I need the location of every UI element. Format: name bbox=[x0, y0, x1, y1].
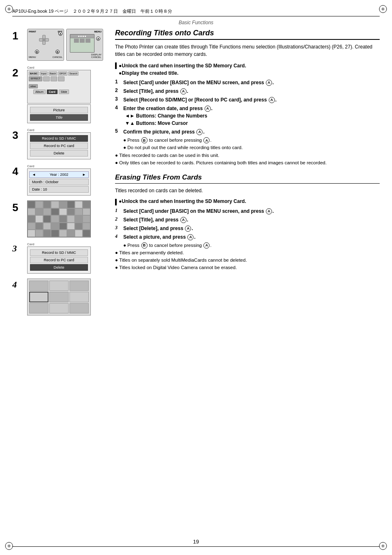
erase-step3-label: 3 bbox=[12, 244, 24, 253]
circle-a-e1: A bbox=[266, 208, 272, 214]
rec-step-1-text: Select [Card] under [BASIC] on the MENU … bbox=[123, 79, 274, 86]
rec-step-4-num: 4 bbox=[115, 105, 121, 111]
step5-photo bbox=[27, 200, 91, 237]
erase-step-1-text: Select [Card] under [BASIC] on the MENU … bbox=[123, 207, 274, 215]
circle-a-4: A bbox=[205, 106, 211, 112]
delete-option: Delete bbox=[30, 150, 88, 157]
step4-label: 4 bbox=[12, 166, 24, 177]
erase-record-pc: Record to PC card bbox=[30, 257, 88, 263]
step3-label: 3 bbox=[12, 130, 24, 140]
device-left: PRINT SET MENU CANCEL A B bbox=[27, 29, 64, 61]
picture-option: Picture bbox=[30, 107, 88, 113]
bar-indicator-2 bbox=[115, 199, 117, 205]
rec-note-2: Only titles can be recorded to cards. Pi… bbox=[115, 159, 380, 166]
rec-step-5-text: Confirm the picture, and press A. bbox=[123, 128, 205, 136]
step1-item: 1 PRINT SET MENU CANCEL bbox=[12, 29, 107, 61]
circle-b-left1: B bbox=[35, 50, 39, 54]
device-right: MENU ■ ■ ■ ■ A D bbox=[66, 29, 103, 61]
erase-step4-item: 4 bbox=[12, 279, 107, 315]
rec-step-5: 5 Confirm the picture, and press A. bbox=[115, 128, 380, 136]
unlock-notes-text: ●Unlock the card when inserting the SD M… bbox=[119, 62, 246, 77]
erase-step-2: 2 Select [Title], and press A. bbox=[115, 216, 380, 223]
page-container: AP10U-Eng.book 19 ページ ２００２年９月２７日 金曜日 午前１… bbox=[0, 0, 392, 555]
erase-step-1: 1 Select [Card] under [BASIC] on the MEN… bbox=[115, 207, 380, 215]
step2-item: 2 Card BASIC Input Batch DPOF Search bbox=[12, 66, 107, 123]
date-entry-box: ◄ Year : 2002 ► Month : October Date : 1… bbox=[27, 168, 91, 196]
circle-a-5: A bbox=[196, 129, 203, 135]
rec-sub-note-1: Press B to cancel before pressing A. bbox=[123, 137, 380, 143]
erase-step-4: 4 Select a picture, and press A. bbox=[115, 233, 380, 241]
left-column: 1 PRINT SET MENU CANCEL bbox=[12, 29, 107, 320]
unlock-note-1: ●Unlock the card when inserting the SD M… bbox=[119, 62, 246, 69]
month-field: Month : October bbox=[29, 179, 89, 185]
erasing-unlock-note: ●Unlock the card when Inserting the SD M… bbox=[115, 198, 380, 205]
header-file: AP10U-Eng.book 19 ページ ２００２年９月２７日 金曜日 午前１… bbox=[12, 8, 172, 14]
circle-a-e3: A bbox=[185, 226, 191, 232]
recording-unlock-note: ●Unlock the card when inserting the SD M… bbox=[115, 62, 380, 77]
rec-sub-note-2: Do not pull out the card while recording… bbox=[123, 144, 380, 151]
rec-step-4-text: Enter the creation date, and press A. ◄►… bbox=[123, 105, 212, 127]
rec-step-1: 1 Select [Card] under [BASIC] on the MEN… bbox=[115, 79, 380, 86]
main-layout: 1 PRINT SET MENU CANCEL bbox=[12, 29, 380, 320]
circle-b-note-e1: B bbox=[141, 242, 148, 249]
circle-a-right: A bbox=[96, 37, 100, 41]
corner-mark-tl bbox=[4, 4, 14, 14]
erase-note-1: Titles are permanently deleted. bbox=[115, 249, 380, 256]
step2-label: 2 bbox=[12, 67, 24, 78]
record-menu: Record to SD / MMC Record to PC card Del… bbox=[27, 132, 91, 159]
rec-step-3-num: 3 bbox=[115, 96, 121, 102]
rec-step-2-num: 2 bbox=[115, 88, 121, 93]
erase-step4-label: 4 bbox=[12, 280, 24, 289]
card-label-e3: Card bbox=[27, 242, 91, 246]
header-line: AP10U-Eng.book 19 ページ ２００２年９月２７日 金曜日 午前１… bbox=[12, 8, 380, 16]
step4-image: Card ◄ Year : 2002 ► Month : October Dat… bbox=[27, 164, 91, 196]
erase-step-3: 3 Select [Delete], and press A. bbox=[115, 225, 380, 232]
title-option: Title bbox=[30, 114, 88, 121]
erase-sub-note-1: Press B to cancel before pressing A. bbox=[123, 242, 380, 249]
date-field: Date : 10 bbox=[29, 186, 89, 193]
erasing-intro: Titles recorded on cards can be deleted. bbox=[115, 187, 380, 194]
recording-title: Recording Titles onto Cards bbox=[115, 29, 380, 40]
step1-image: PRINT SET MENU CANCEL A B bbox=[27, 29, 103, 61]
unlock-note-2: ●Display the created title. bbox=[119, 69, 246, 77]
card-label-2: Card bbox=[27, 66, 91, 69]
circle-b-note-1: B bbox=[141, 137, 148, 143]
circle-a-note-1: A bbox=[203, 137, 210, 143]
erase-note-2: Titles on separately sold MultiMediaCard… bbox=[115, 257, 380, 263]
rec-step-2-text: Select [Title], and press A. bbox=[123, 88, 188, 95]
circle-a-3: A bbox=[269, 97, 275, 103]
circle-a-note-e1: A bbox=[203, 242, 210, 249]
step1-label: 1 bbox=[12, 30, 24, 41]
page-number: 19 bbox=[0, 539, 392, 545]
erase-step-3-text: Select [Delete], and press A. bbox=[123, 225, 193, 232]
record-pc-option: Record to PC card bbox=[30, 143, 88, 149]
erasing-unlock-note-text: ●Unlock the card when Inserting the SD M… bbox=[119, 198, 246, 204]
rec-step-1-num: 1 bbox=[115, 79, 121, 85]
rec-note-1: Titles recorded to cards can be used in … bbox=[115, 152, 380, 159]
rec-step-3-text: Select [Record to SD/MMC] or [Record to … bbox=[123, 96, 277, 104]
erase-step4-image bbox=[27, 279, 91, 315]
step5-item: 5 bbox=[12, 200, 107, 237]
step2-image: Card BASIC Input Batch DPOF Search EFFEC… bbox=[27, 66, 91, 123]
circle-b-left2: B bbox=[55, 50, 60, 54]
erasing-title: Erasing Titles From Cards bbox=[115, 173, 380, 184]
rec-step-4: 4 Enter the creation date, and press A. … bbox=[115, 105, 380, 127]
year-field: ◄ Year : 2002 ► bbox=[29, 171, 89, 178]
step3-image: Card Record to SD / MMC Record to PC car… bbox=[27, 128, 91, 159]
picture-title-box: Picture Title bbox=[27, 104, 91, 123]
rec-step-3: 3 Select [Record to SD/MMC] or [Record t… bbox=[115, 96, 380, 104]
circle-a-e4: A bbox=[187, 234, 194, 240]
corner-mark-tr bbox=[378, 4, 388, 14]
erase-step3-item: 3 Card Record to SD / MMC Record to PC c… bbox=[12, 242, 107, 274]
erase-step-1-num: 1 bbox=[115, 207, 121, 214]
erase-note-3: Titles locked on Digital Video Camera ca… bbox=[115, 264, 380, 271]
rec-step-2: 2 Select [Title], and press A. bbox=[115, 88, 380, 95]
circle-a-2: A bbox=[180, 88, 187, 94]
erase-step-4-num: 4 bbox=[115, 233, 121, 240]
erase-step-2-num: 2 bbox=[115, 216, 121, 222]
card-label-4: Card bbox=[27, 164, 91, 168]
erase-step-4-text: Select a picture, and press A. bbox=[123, 233, 196, 241]
circle-a-left: A bbox=[58, 32, 62, 36]
erase-step3-image: Card Record to SD / MMC Record to PC car… bbox=[27, 242, 91, 274]
erase-delete-option: Delete bbox=[30, 264, 88, 271]
